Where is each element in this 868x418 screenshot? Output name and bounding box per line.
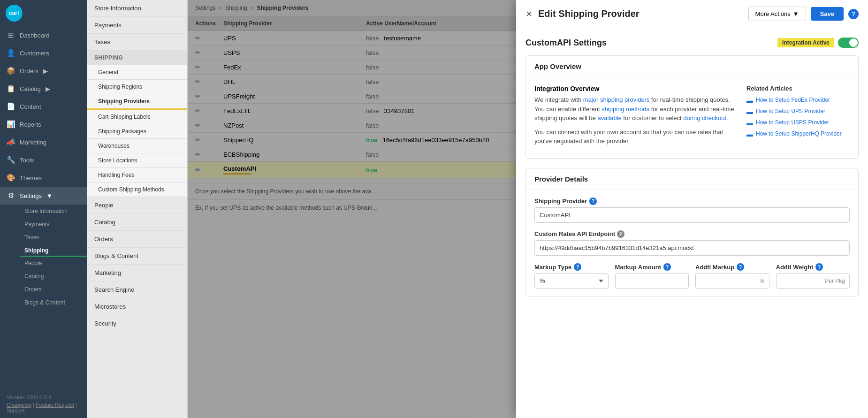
sidebar-item-tools[interactable]: 🔧 Tools <box>0 151 87 169</box>
markup-amount-help[interactable]: ? <box>663 263 671 271</box>
addtl-weight-input-wrapper: Per Pkg <box>776 273 850 289</box>
modal-title: Edit Shipping Provider <box>538 8 640 19</box>
settings-nav-orders[interactable]: Orders <box>87 231 187 248</box>
article-link-shipperhq[interactable]: ▬ How to Setup ShipperHQ Provider <box>746 130 850 138</box>
sidebar-item-settings[interactable]: ⚙ Settings ▼ <box>0 187 87 205</box>
custom-rates-label: Custom Rates API Endpoint ? <box>534 230 850 238</box>
integration-overview-p2: You can connect with your own account so… <box>534 128 737 146</box>
provider-details-section: Provider Details Shipping Provider ? <box>525 168 859 297</box>
settings-nav-shipping-packages[interactable]: Shipping Packages <box>87 124 187 139</box>
sidebar-item-label: Dashboard <box>20 32 50 39</box>
settings-nav-shipping-general[interactable]: General <box>87 65 187 80</box>
markup-type-label: Markup Type ? <box>534 263 609 271</box>
article-link-fedex[interactable]: ▬ How to Setup FedEx Provider <box>746 97 850 104</box>
sidebar-sub-blogs-content[interactable]: Blogs & Content <box>20 296 87 309</box>
markup-row: Markup Type ? % Fixed None Markup <box>534 263 850 289</box>
addtl-weight-help[interactable]: ? <box>815 263 823 271</box>
provider-details-title: Provider Details <box>526 168 858 190</box>
app-overview-title: App Overview <box>526 56 858 77</box>
more-actions-button[interactable]: More Actions ▼ <box>748 7 806 21</box>
article-link-ups[interactable]: ▬ How to Setup UPS Provider <box>746 108 850 115</box>
settings-nav-taxes[interactable]: Taxes <box>87 34 187 51</box>
feature-request-link[interactable]: Feature Request <box>36 402 74 408</box>
sidebar-item-label: Catalog <box>20 85 41 92</box>
sidebar-item-reports[interactable]: 📊 Reports <box>0 115 87 133</box>
sidebar-item-customers[interactable]: 👤 Customers <box>0 44 87 62</box>
logo-icon: cart <box>6 5 23 22</box>
sidebar-sub-people[interactable]: People <box>20 257 87 270</box>
help-button[interactable]: ? <box>848 9 859 19</box>
settings-nav-security[interactable]: Security <box>87 315 187 332</box>
main-nav: ⊞ Dashboard 👤 Customers 📦 Orders ▶ 📋 Cat… <box>0 26 87 390</box>
settings-nav-store-information[interactable]: Store Information <box>87 0 187 17</box>
settings-icon: ⚙ <box>7 191 15 200</box>
addtl-markup-help[interactable]: ? <box>737 263 744 271</box>
changelog-link[interactable]: Changelog <box>7 402 31 408</box>
left-sidebar: cart ⊞ Dashboard 👤 Customers 📦 Orders ▶ … <box>0 0 87 418</box>
orders-arrow: ▶ <box>43 68 48 75</box>
version-text: Version: 3000.0.0.3 <box>7 395 80 400</box>
settings-nav-payments[interactable]: Payments <box>87 17 187 34</box>
sidebar-item-themes[interactable]: 🎨 Themes <box>0 169 87 187</box>
dropdown-icon: ▼ <box>793 10 799 17</box>
shipping-provider-input[interactable] <box>534 207 850 223</box>
markup-type-select[interactable]: % Fixed None <box>534 273 609 289</box>
sidebar-sub-payments[interactable]: Payments <box>20 218 87 231</box>
tools-icon: 🔧 <box>7 156 15 164</box>
support-link[interactable]: Support <box>7 408 25 413</box>
app-overview-body: Integration Overview We integrate with m… <box>526 77 858 158</box>
modal-panel: ✕ Edit Shipping Provider More Actions ▼ … <box>516 0 868 418</box>
sidebar-sub-store-information[interactable]: Store Information <box>20 205 87 218</box>
sidebar-item-label: Tools <box>20 157 34 164</box>
article-link-usps[interactable]: ▬ How to Setup USPS Provider <box>746 119 850 127</box>
sidebar-item-orders[interactable]: 📦 Orders ▶ <box>0 62 87 80</box>
related-articles: Related Articles ▬ How to Setup FedEx Pr… <box>746 85 850 151</box>
save-button[interactable]: Save <box>811 7 844 21</box>
customers-icon: 👤 <box>7 49 15 57</box>
sidebar-sub-shipping[interactable]: Shipping <box>20 244 87 257</box>
settings-nav-shipping-providers[interactable]: Shipping Providers <box>87 94 187 110</box>
sidebar-item-label: Marketing <box>20 139 46 146</box>
settings-nav-handling-fees[interactable]: Handling Fees <box>87 168 187 182</box>
sidebar-item-catalog[interactable]: 📋 Catalog ▶ <box>0 80 87 98</box>
settings-nav-shipping-regions[interactable]: Shipping Regions <box>87 80 187 94</box>
catalog-icon: 📋 <box>7 84 15 93</box>
integration-overview: Integration Overview We integrate with m… <box>534 85 737 151</box>
settings-title-row: CustomAPI Settings Integration Active <box>525 38 859 48</box>
settings-nav-search-engine[interactable]: Search Engine <box>87 281 187 298</box>
markup-type-help[interactable]: ? <box>574 263 581 271</box>
custom-rates-help[interactable]: ? <box>617 230 624 238</box>
sidebar-sub-taxes[interactable]: Taxes <box>20 231 87 244</box>
settings-nav-microstores[interactable]: Microstores <box>87 298 187 315</box>
shipping-submenu: General Shipping Regions Shipping Provid… <box>87 65 187 197</box>
sidebar-sub-orders[interactable]: Orders <box>20 283 87 296</box>
sidebar-item-dashboard[interactable]: ⊞ Dashboard <box>0 26 87 44</box>
settings-nav-people[interactable]: People <box>87 197 187 214</box>
addtl-markup-input[interactable] <box>695 273 769 289</box>
sidebar-sub-catalog[interactable]: Catalog <box>20 270 87 283</box>
settings-title: CustomAPI Settings <box>525 38 607 48</box>
settings-arrow: ▼ <box>46 192 53 199</box>
settings-nav-cart-shipping-labels[interactable]: Cart Shipping Labels <box>87 110 187 124</box>
sidebar-item-marketing[interactable]: 📣 Marketing <box>0 133 87 151</box>
settings-nav-catalog[interactable]: Catalog <box>87 214 187 231</box>
sidebar-item-content[interactable]: 📄 Content <box>0 98 87 115</box>
modal-close-button[interactable]: ✕ <box>525 9 533 19</box>
app-overview-section: App Overview Integration Overview We int… <box>525 55 859 159</box>
catalog-arrow: ▶ <box>46 85 50 92</box>
addtl-weight-label: Addtl Weight ? <box>776 263 850 271</box>
custom-rates-input[interactable] <box>534 240 850 256</box>
modal-header: ✕ Edit Shipping Provider More Actions ▼ … <box>516 0 868 28</box>
content-panel: Settings › Shipping › Shipping Providers… <box>188 0 516 418</box>
settings-nav-marketing[interactable]: Marketing <box>87 265 187 281</box>
settings-nav-custom-shipping[interactable]: Custom Shipping Methods <box>87 182 187 197</box>
settings-nav-blogs-content[interactable]: Blogs & Content <box>87 248 187 265</box>
shipping-provider-help[interactable]: ? <box>589 198 597 205</box>
settings-nav-warehouses[interactable]: Warehouses <box>87 139 187 153</box>
markup-amount-input[interactable] <box>615 273 689 289</box>
modal-body: CustomAPI Settings Integration Active Ap… <box>516 28 868 315</box>
settings-nav-store-locations[interactable]: Store Locations <box>87 153 187 168</box>
integration-toggle[interactable] <box>838 38 859 48</box>
overview-grid: Integration Overview We integrate with m… <box>534 85 850 151</box>
marketing-icon: 📣 <box>7 138 15 146</box>
